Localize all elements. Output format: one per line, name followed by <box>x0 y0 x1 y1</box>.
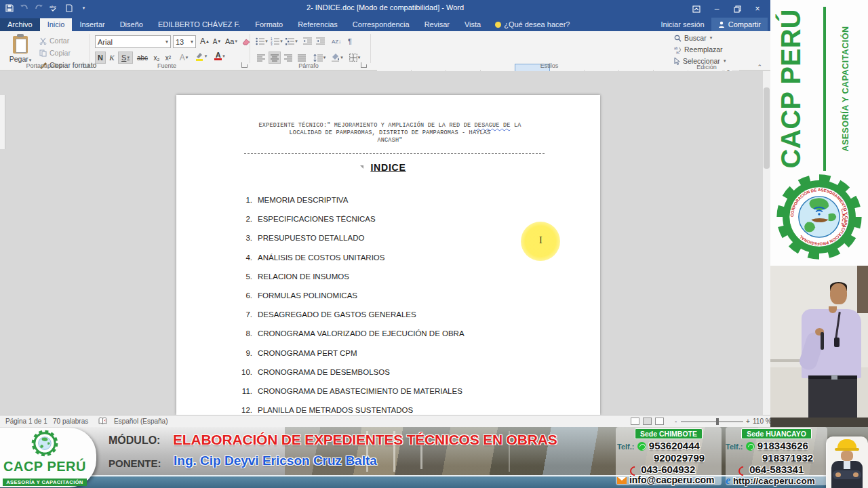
index-item: 7.DESAGREGADO DE GASTOS GENERALES <box>176 311 600 319</box>
contact-chimbote: Sede CHIMBOTE Telf.: 953620444 920029799… <box>616 427 722 485</box>
phone-icon <box>738 466 747 474</box>
screen: abc ▾ 2- INDICE.doc [Modo de compatibili… <box>0 0 868 488</box>
proofing-icon[interactable] <box>98 418 107 425</box>
word-count[interactable]: 70 palabras <box>53 418 88 425</box>
paragraph-dialog-launcher[interactable] <box>361 62 366 68</box>
tab-formato[interactable]: Formato <box>248 18 290 31</box>
vertical-scrollbar[interactable] <box>763 71 770 415</box>
tab-vista[interactable]: Vista <box>457 18 488 31</box>
document-title: INDICE <box>176 162 600 173</box>
presenter-video <box>770 266 868 427</box>
speaker-label: PONENTE: <box>108 458 161 469</box>
chimbote-phone-2: 920029799 <box>654 452 705 464</box>
copy-icon <box>39 49 47 57</box>
replace-button[interactable]: abac Reemplazar <box>674 45 723 54</box>
tab-referencias[interactable]: Referencias <box>290 18 345 31</box>
bullets-button[interactable]: ▾ <box>255 35 269 47</box>
chimbote-phone-1: 953620444 <box>649 440 700 451</box>
module-label: MÓDULO: <box>108 434 160 447</box>
scissors-icon <box>39 37 47 45</box>
status-bar: Página 1 de 1 70 palabras Español (Españ… <box>0 415 770 427</box>
copy-button[interactable]: Copiar <box>39 49 71 57</box>
language-indicator[interactable]: Español (España) <box>114 418 168 425</box>
page-indicator[interactable]: Página 1 de 1 <box>5 418 47 425</box>
tab-dise-o[interactable]: Diseño <box>113 18 151 31</box>
vertical-brand-name: CACP PERÚ <box>776 7 826 171</box>
index-item: 9.CRONOGRAMA PERT CPM <box>176 350 600 357</box>
tell-me-box[interactable]: ¿Qué desea hacer? <box>488 18 576 31</box>
engineer-figure <box>826 436 868 488</box>
close-button[interactable]: × <box>747 0 768 18</box>
presenter-body <box>802 309 861 378</box>
zoom-in-button[interactable]: + <box>746 418 750 425</box>
font-family-combo[interactable]: Arial▾ <box>95 35 171 48</box>
collapse-ribbon-icon[interactable]: ⌃ <box>757 64 762 424</box>
font-size-combo[interactable]: 13▾ <box>173 35 196 48</box>
person-icon <box>718 21 725 28</box>
collapse-triangle-icon[interactable] <box>360 165 363 169</box>
search-icon <box>674 35 682 42</box>
cut-button[interactable]: Cortar <box>39 37 69 45</box>
view-buttons[interactable] <box>631 418 667 426</box>
index-item: 12.PLANILLA DE METRADOS SUSTENTADOS <box>176 407 600 414</box>
whatsapp-icon <box>746 442 755 451</box>
scrollbar-thumb[interactable] <box>764 87 770 169</box>
huancayo-web: http://cacperu.com <box>733 476 815 486</box>
font-group-label: Fuente <box>95 62 239 69</box>
decrease-indent-button[interactable] <box>301 35 313 47</box>
find-button[interactable]: Buscar▾ <box>674 34 712 42</box>
web-layout-icon[interactable] <box>655 418 664 425</box>
chimbote-email: info@cacperu.com <box>629 474 715 485</box>
font-dialog-launcher[interactable] <box>241 62 247 68</box>
multilevel-list-button[interactable]: ▾ <box>285 35 298 47</box>
bottom-banner: CACP PERÚ ASESORÍA Y CAPACITACIÓN MÓDULO… <box>0 427 868 488</box>
tab-archivo[interactable]: Archivo <box>0 18 40 31</box>
clipboard-dialog-launcher[interactable] <box>83 62 88 68</box>
banner-brand-name: CACP PERÚ <box>0 459 96 474</box>
print-layout-icon[interactable] <box>643 418 652 425</box>
chimbote-badge: Sede CHIMBOTE <box>635 428 703 439</box>
tab-insertar[interactable]: Insertar <box>72 18 112 31</box>
share-button[interactable]: Compartir <box>711 18 768 31</box>
window-title: 2- INDICE.doc [Modo de compatibilidad] -… <box>0 3 770 12</box>
module-title: ELABORACIÓN DE EXPEDIENTES TÉCNICOS EN O… <box>173 432 557 448</box>
tab-edilberto-ch-vez-f-[interactable]: EDILBERTO CHÁVEZ F. <box>151 18 248 31</box>
clipboard-icon <box>13 36 28 54</box>
contact-huancayo: Sede HUANCAYO Telf.: 918343626 918371932… <box>726 427 827 485</box>
index-item: 5.RELACION DE INSUMOS <box>176 273 600 281</box>
sign-in-link[interactable]: Iniciar sesión <box>661 20 705 28</box>
grow-font-button[interactable]: A▲ <box>199 35 210 47</box>
numbering-button[interactable]: 123▾ <box>270 35 283 47</box>
increase-indent-button[interactable] <box>314 35 326 47</box>
read-mode-icon[interactable] <box>631 418 639 425</box>
shrink-font-button[interactable]: A▼ <box>212 35 222 47</box>
minimize-button[interactable]: – <box>707 0 727 18</box>
clear-formatting-button[interactable] <box>240 35 252 47</box>
highlighter-icon <box>195 52 204 61</box>
change-case-button[interactable]: Aa▾ <box>224 35 239 47</box>
word-window: abc ▾ 2- INDICE.doc [Modo de compatibili… <box>0 0 770 427</box>
tab-revisar[interactable]: Revisar <box>417 18 457 31</box>
cacp-gear-logo-small <box>30 429 60 458</box>
highlight-button[interactable]: ▾ <box>193 50 209 62</box>
vertical-ruler <box>0 95 5 149</box>
index-item: 10.CRONOGRAMA DE DESEMBOLSOS <box>176 369 600 376</box>
outdent-icon <box>303 37 312 45</box>
show-marks-button[interactable]: ¶ <box>344 35 355 47</box>
ribbon-display-options-icon[interactable] <box>686 0 707 18</box>
index-item: 8.CRONOGRAMA VALORIZADO DE EJECUCIÓN DE … <box>176 330 600 338</box>
replace-icon: abac <box>674 46 682 54</box>
tab-inicio[interactable]: Inicio <box>40 18 73 31</box>
restore-button[interactable] <box>727 0 747 18</box>
document-area[interactable]: EXPEDIENTE TÉCNICO:" MEJORAMIENTO Y AMPL… <box>0 71 770 415</box>
browser-icon: e <box>726 474 730 486</box>
borders-icon <box>349 54 357 62</box>
whatsapp-icon <box>637 442 646 451</box>
clipboard-group-label: Portapapeles <box>7 62 81 69</box>
tab-correspondencia[interactable]: Correspondencia <box>345 18 417 31</box>
speaker-name: Ing. Cip Deyvi Ericson Cruz Balta <box>174 453 377 468</box>
font-color-button[interactable]: A▾ <box>212 50 228 62</box>
paint-bucket-icon <box>331 54 340 62</box>
indent-icon <box>316 37 325 45</box>
sort-button[interactable]: AZ↓ <box>330 35 343 47</box>
